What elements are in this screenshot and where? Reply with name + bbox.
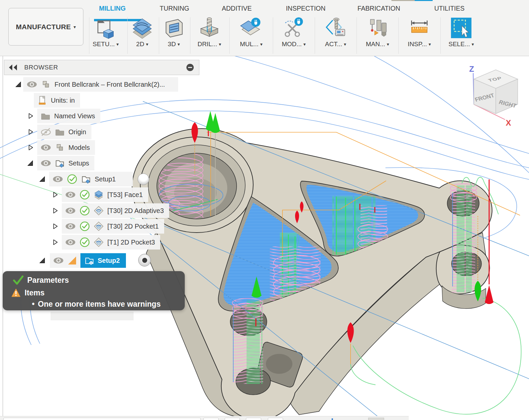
select-icon — [450, 17, 473, 39]
toolbar-group-inspect[interactable]: INSP...▾ — [401, 16, 438, 54]
pocket-operation-icon — [94, 237, 104, 247]
setup2-warning-tooltip: Parameters Items • One or more items hav… — [3, 271, 185, 310]
browser-row-setup2[interactable]: Setup2 — [0, 253, 126, 268]
tab-milling[interactable]: MILLING — [94, 3, 131, 14]
viewcube[interactable]: TOP FRONT RIGHT Z X — [465, 64, 521, 128]
timeline-bar[interactable] — [0, 416, 409, 420]
browser-row-component[interactable]: Front Bellcrank – Front Bellcrank(2)... — [0, 77, 178, 92]
eye-icon[interactable] — [65, 189, 76, 200]
eye-icon[interactable] — [65, 221, 76, 232]
browser-header[interactable]: BROWSER — [4, 60, 199, 75]
collapse-left-icon[interactable] — [8, 64, 18, 71]
browser-row-pocket1[interactable]: [T30] 2D Pocket1 — [0, 219, 164, 234]
document-tab-active-sliver — [415, 0, 433, 1]
setup-label: SETU... — [93, 41, 115, 48]
viewcube-z-label: Z — [469, 64, 474, 73]
viewcube-x-label: X — [506, 118, 511, 127]
manage-label: MAN... — [366, 41, 385, 48]
3d-label: 3D — [168, 41, 176, 48]
workspace-switcher[interactable]: MANUFACTURE ▾ — [8, 8, 83, 46]
check-icon — [79, 205, 90, 216]
chevron-down-icon: ▾ — [116, 42, 119, 47]
chevron-down-icon: ▾ — [303, 42, 306, 47]
setup2-selected[interactable]: Setup2 — [80, 253, 126, 268]
timeline-button[interactable] — [203, 418, 219, 420]
tooltip-items: Items — [25, 288, 45, 297]
browser-row-pocket3[interactable]: [T1] 2D Pocket3 — [0, 235, 160, 250]
eye-icon[interactable] — [65, 205, 76, 216]
eye-icon[interactable] — [41, 142, 51, 153]
manage-icon — [366, 17, 389, 39]
browser-row-named-views[interactable]: Named Views — [0, 109, 100, 123]
expand-open-icon[interactable] — [39, 257, 46, 264]
modify-label: MOD... — [282, 41, 302, 48]
check-icon — [79, 237, 90, 248]
toolbar-group-actions[interactable]: ACT...▾ — [317, 16, 354, 54]
browser-row-setup1[interactable]: Setup1 — [0, 172, 133, 186]
browser-row-units[interactable]: Units: in — [0, 93, 80, 108]
eye-icon[interactable] — [53, 255, 64, 266]
toolbar-group-select[interactable]: SELE...▾ — [443, 16, 480, 54]
toolbar-group-drilling[interactable]: DRIL...▾ — [191, 16, 228, 54]
check-icon — [79, 221, 90, 232]
toolbar-group-manage[interactable]: MAN...▾ — [359, 16, 396, 54]
tab-inspection[interactable]: INSPECTION — [282, 3, 329, 14]
eye-icon[interactable] — [27, 79, 37, 90]
toolbar-separator — [398, 17, 399, 54]
tab-fabrication[interactable]: FABRICATION — [354, 3, 404, 14]
browser-row-origin[interactable]: Origin — [0, 125, 91, 139]
multiaxis-icon — [240, 17, 263, 39]
setup1-wcs-gizmo[interactable] — [138, 173, 149, 185]
expand-closed-icon[interactable] — [51, 191, 58, 198]
check-icon — [79, 189, 90, 200]
eye-icon[interactable] — [65, 237, 76, 248]
face1-label: [T53] Face1 — [107, 191, 143, 199]
toolbar-separator — [229, 17, 230, 54]
timeline-track[interactable] — [3, 418, 201, 420]
timeline-button[interactable] — [368, 418, 384, 420]
origin-label: Origin — [68, 128, 86, 136]
expand-closed-icon[interactable] — [51, 223, 58, 230]
tab-turning[interactable]: TURNING — [156, 3, 193, 14]
timeline-button[interactable] — [246, 418, 261, 420]
toolbar-group-modify[interactable]: MOD...▾ — [275, 16, 312, 54]
browser-row-adaptive3[interactable]: [T30] 2D Adaptive3 — [0, 203, 169, 218]
chevron-down-icon: ▾ — [344, 42, 346, 47]
toolbar-separator — [273, 17, 273, 54]
expand-open-icon[interactable] — [27, 159, 34, 167]
eye-icon[interactable] — [53, 174, 63, 184]
select-label: SELE... — [449, 41, 470, 48]
check-icon — [13, 275, 24, 285]
setup2-wcs-gizmo[interactable] — [138, 254, 151, 266]
tab-utilities[interactable]: UTILITIES — [430, 3, 469, 14]
warning-icon — [67, 255, 77, 266]
eye-off-icon[interactable] — [41, 127, 51, 137]
expand-closed-icon[interactable] — [27, 144, 34, 151]
toolbar-separator — [315, 17, 315, 54]
component-icon — [55, 143, 65, 153]
2d-milling-icon — [131, 17, 154, 39]
expand-closed-icon[interactable] — [51, 239, 58, 246]
boss-counterbore — [140, 137, 253, 233]
browser-row-models[interactable]: Models — [0, 140, 95, 155]
toolbar-group-multiaxis[interactable]: MUL...▾ — [233, 16, 270, 54]
setups-label: Setups — [68, 159, 89, 167]
timeline-button[interactable] — [225, 418, 240, 420]
expand-open-icon[interactable] — [39, 175, 46, 183]
browser-row-face1[interactable]: [T53] Face1 — [0, 187, 148, 202]
tab-additive[interactable]: ADDITIVE — [218, 3, 256, 14]
minimize-icon[interactable] — [186, 63, 194, 72]
expand-closed-icon[interactable] — [27, 112, 34, 120]
eye-icon[interactable] — [41, 158, 51, 168]
timeline-button[interactable] — [268, 418, 283, 420]
inspect-label: INSP... — [408, 41, 427, 48]
tooltip-parameters: Parameters — [27, 276, 69, 285]
chevron-down-icon: ▾ — [73, 25, 76, 29]
expand-open-icon[interactable] — [15, 81, 22, 88]
expand-closed-icon[interactable] — [51, 207, 58, 214]
toolbar-group-setup[interactable]: SETU...▾ — [87, 16, 124, 54]
toolbar-group-3d[interactable]: 3D▾ — [155, 16, 192, 54]
browser-row-setups[interactable]: Setups — [0, 156, 94, 170]
expand-closed-icon[interactable] — [27, 128, 34, 136]
setups-folder-icon — [55, 158, 65, 168]
